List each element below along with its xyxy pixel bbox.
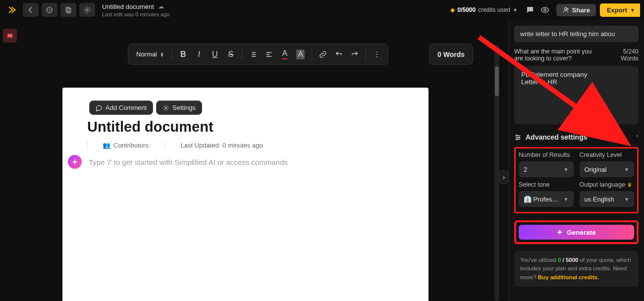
document-page[interactable]: Untitled document 👥Contributors: Last Up… [62,88,429,301]
stepper-icon: ▲▼ [160,52,164,57]
ai-panel: write letter to HR telling him abou What… [508,20,644,301]
add-comment-label: Add Comment [106,104,147,111]
sparkle-icon: ✦ [557,228,563,236]
share-button[interactable]: Share [556,4,596,16]
comments-icon[interactable] [523,2,537,17]
title-block: Untitled document ☁ Last edit was 0 minu… [102,3,169,17]
points-counter: 5/240 Words [621,48,639,62]
bold-button[interactable]: B [176,48,190,61]
editor-placeholder-row: + Type '/' to get started with Simplifie… [68,155,288,169]
document-heading[interactable]: Untitled document [87,119,404,135]
last-updated-label: Last Updated: 0 minutes ago [180,142,263,149]
sync-status-icon: ☁ [158,3,164,10]
preview-icon[interactable] [537,2,552,17]
advanced-label: Advanced settings [526,133,587,141]
strikethrough-button[interactable]: S [224,48,238,61]
settings-label: Settings [172,104,196,111]
style-value: Normal [136,50,157,58]
chevron-down-icon: ▼ [624,167,629,172]
word-count: 0 Words [429,44,473,65]
advanced-settings-highlight: Number of Results 2 ▼ Creativity Level O… [514,147,639,213]
tone-label: Select tone [519,181,574,188]
undo-button[interactable] [332,48,346,61]
crown-icon: ♛ [627,182,632,188]
text-color-button[interactable]: A [278,48,292,61]
creativity-value: Original [585,166,607,173]
svg-point-11 [165,107,167,109]
tone-select[interactable]: 👔 Profes… ▼ [519,191,574,207]
lang-label: Output language [580,181,625,188]
add-comment-button[interactable]: Add Comment [89,100,153,115]
chevron-down-icon: ▼ [624,197,629,202]
points-line1: PDFelement company [521,71,632,78]
share-label: Share [572,6,590,14]
add-block-button[interactable]: + [68,155,82,169]
chevron-up-icon: ˄ [636,135,639,140]
chevron-down-icon: ▼ [513,7,518,13]
contributors-label: 👥Contributors: [103,142,150,149]
chevron-down-icon: ▼ [564,167,569,172]
editor-area: Normal ▲▼ B I U S A A 0 Words Add Commen… [0,20,500,301]
credits-count: 0/5000 [457,6,476,13]
svg-point-12 [516,135,518,136]
generate-button[interactable]: ✦ Generate [519,225,634,240]
paragraph-style-select[interactable]: Normal ▲▼ [132,49,168,60]
svg-point-9 [376,54,377,55]
page-settings-button[interactable]: Settings [156,100,202,115]
align-button[interactable] [262,48,276,61]
export-button[interactable]: Export ▼ [600,3,640,17]
redo-button[interactable] [348,48,362,61]
highlight-button[interactable]: A [294,48,308,61]
scrollbar[interactable] [494,45,499,301]
editor-placeholder[interactable]: Type '/' to get started with Simplified … [89,158,288,166]
points-question-row: What are the main point you are looking … [514,48,639,62]
buy-credits-link[interactable]: Buy additional credits. [538,274,599,280]
chevron-down-icon: ▼ [630,7,635,13]
chevron-down-icon: ▼ [564,197,569,202]
creativity-select[interactable]: Original ▼ [580,161,635,177]
svg-point-13 [519,137,520,138]
credits-label: credits used [478,6,510,13]
diamond-icon: ◆ [450,6,455,13]
credits-indicator[interactable]: ◆ 0/5000 credits used ▼ [450,6,517,13]
more-button[interactable] [370,48,384,61]
history-button[interactable] [42,3,57,17]
editor-toolbar: Normal ▲▼ B I U S A A [128,44,388,65]
document-meta: 👥Contributors: Last Updated: 0 minutes a… [87,141,404,149]
svg-point-10 [376,56,377,57]
quota-total: 5000 [566,257,579,263]
panel-toggle[interactable]: › [499,170,508,184]
language-select[interactable]: us English ▼ [580,191,635,207]
tone-value: 👔 Profes… [524,196,558,203]
italic-button[interactable]: I [192,48,206,61]
lang-value: us English [585,196,614,203]
points-question: What are the main point you are looking … [514,48,598,62]
svg-point-3 [86,9,88,11]
generate-highlight: ✦ Generate [514,220,639,244]
last-edit-label: Last edit was 0 minutes ago [102,11,169,17]
back-button[interactable] [23,3,39,17]
quota-notice: You've utilized 0 / 5000 of your quota, … [514,251,639,287]
export-label: Export [607,6,627,14]
prompt-input[interactable]: write letter to HR telling him abou [514,26,639,42]
top-bar: Untitled document ☁ Last edit was 0 minu… [0,0,644,20]
underline-button[interactable]: U [208,48,222,61]
list-button[interactable] [246,48,260,61]
page-actions: Add Comment Settings [89,100,202,115]
doc-title[interactable]: Untitled document [102,3,154,10]
scrollbar-thumb[interactable] [495,66,499,96]
svg-point-4 [544,9,546,11]
svg-point-8 [376,51,377,52]
generate-label: Generate [567,229,596,236]
num-results-label: Number of Results [519,151,574,158]
creativity-label: Creativity Level [580,151,635,158]
points-line2: Letter to HR [521,78,632,86]
num-results-value: 2 [524,166,527,173]
points-input[interactable]: PDFelement company Letter to HR [514,66,639,124]
num-results-select[interactable]: 2 ▼ [519,161,574,177]
link-button[interactable] [316,48,330,61]
app-logo-icon[interactable] [4,3,20,17]
settings-button[interactable] [79,3,95,17]
advanced-settings-toggle[interactable]: Advanced settings ˄ [514,129,639,145]
documents-button[interactable] [60,3,76,17]
